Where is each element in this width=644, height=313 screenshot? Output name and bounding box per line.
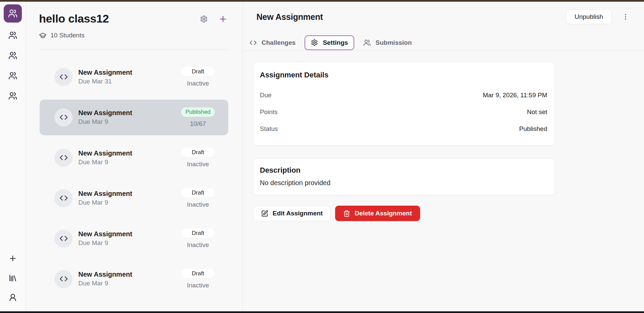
- assignment-title: New Assignment: [78, 109, 181, 117]
- code-icon: [59, 153, 68, 162]
- assignment-avatar: [54, 149, 73, 167]
- code-icon: [59, 275, 68, 283]
- tab-submission[interactable]: Submission: [358, 36, 417, 49]
- assignment-list-item[interactable]: New Assignment Due Mar 9 Draft Inactive: [40, 221, 228, 256]
- code-icon: [59, 234, 68, 243]
- assignment-substatus: Inactive: [187, 241, 209, 249]
- assignment-list-item[interactable]: New Assignment Due Mar 9 Draft Inactive: [40, 180, 228, 216]
- assignment-due-date: Due Mar 31: [78, 78, 181, 85]
- assignment-status-column: Draft Inactive: [181, 188, 215, 208]
- rail-class-active[interactable]: [4, 4, 22, 23]
- assignment-avatar: [54, 189, 73, 207]
- tab-challenges[interactable]: Challenges: [244, 36, 301, 49]
- assignment-avatar: [54, 108, 73, 127]
- assignment-title: New Assignment: [78, 190, 181, 198]
- users-icon: [363, 39, 371, 46]
- details-rows: Due Mar 9, 2026, 11:59 PM Points Not set…: [260, 87, 547, 137]
- plus-icon: [218, 14, 228, 24]
- rail-class-item[interactable]: [0, 25, 26, 45]
- rail-profile-button[interactable]: [0, 288, 26, 307]
- graduation-cap-icon: [39, 32, 47, 39]
- assignment-due-date: Due Mar 9: [78, 199, 181, 206]
- assignment-text: New Assignment Due Mar 9: [78, 109, 181, 126]
- bottom-window-strip: [0, 311, 644, 313]
- assignment-list-item[interactable]: New Assignment Due Mar 9 Published 10/67: [40, 100, 228, 135]
- page-title: New Assignment: [256, 12, 323, 22]
- assignment-title: New Assignment: [78, 230, 181, 238]
- class-icon-rail: [0, 2, 26, 311]
- detail-value: Published: [519, 125, 547, 133]
- tab-label: Submission: [375, 39, 412, 46]
- square-pen-icon: [261, 210, 268, 217]
- code-icon: [59, 113, 68, 121]
- description-body: No description provided: [260, 179, 547, 187]
- assignment-substatus: Inactive: [187, 282, 209, 289]
- class-panel: hello class12 10 Students: [26, 2, 243, 311]
- students-count-row: 10 Students: [39, 32, 228, 39]
- assignment-list-item[interactable]: New Assignment Due Mar 9 Draft Inactive: [40, 261, 228, 297]
- class-settings-button[interactable]: [200, 15, 208, 23]
- code-icon: [59, 73, 68, 81]
- user-round-icon: [8, 293, 17, 302]
- assignment-tabs: Challenges Settings Submission: [243, 35, 644, 51]
- gear-icon: [311, 39, 318, 46]
- detail-label: Due: [260, 92, 272, 99]
- assignment-avatar: [54, 68, 73, 86]
- assignment-due-date: Due Mar 9: [78, 239, 181, 247]
- tab-settings[interactable]: Settings: [305, 35, 354, 50]
- rail-class-item[interactable]: [0, 66, 26, 86]
- detail-label: Points: [260, 108, 278, 116]
- settings-tab-content: Assignment Details Due Mar 9, 2026, 11:5…: [243, 51, 644, 221]
- rail-add-class-button[interactable]: [0, 249, 26, 268]
- assignment-title: New Assignment: [78, 271, 181, 278]
- code-icon: [59, 194, 68, 202]
- rail-library-button[interactable]: [0, 268, 26, 288]
- status-badge: Published: [181, 107, 215, 117]
- app-shell: hello class12 10 Students: [0, 2, 644, 311]
- rail-class-item[interactable]: [0, 86, 26, 106]
- edit-assignment-label: Edit Assignment: [273, 210, 323, 217]
- tab-label: Settings: [323, 39, 348, 46]
- plus-icon: [8, 254, 17, 263]
- detail-row: Status Published: [260, 120, 547, 137]
- assignment-status-column: Draft Inactive: [181, 67, 215, 87]
- overflow-menu-button[interactable]: [620, 12, 631, 22]
- assignment-avatar: [54, 270, 73, 288]
- assignment-substatus: Inactive: [187, 201, 209, 208]
- kebab-menu-icon: [622, 13, 629, 21]
- library-icon: [8, 274, 17, 282]
- class-title: hello class12: [39, 12, 109, 26]
- users-icon: [8, 92, 17, 100]
- assignment-details-card: Assignment Details Due Mar 9, 2026, 11:5…: [253, 62, 555, 146]
- details-card-title: Assignment Details: [260, 71, 547, 79]
- assignment-title: New Assignment: [78, 69, 181, 76]
- assignment-header: New Assignment Unpublish: [243, 2, 644, 25]
- assignment-substatus: 10/67: [190, 120, 206, 128]
- assignment-status-column: Draft Inactive: [181, 148, 215, 168]
- description-card-title: Description: [260, 166, 547, 175]
- users-icon: [8, 9, 17, 18]
- assignment-list-item[interactable]: New Assignment Due Mar 31 Draft Inactive: [40, 59, 228, 95]
- delete-assignment-button[interactable]: Delete Assignment: [335, 206, 420, 221]
- detail-row: Due Mar 9, 2026, 11:59 PM: [260, 87, 547, 104]
- assignment-list: New Assignment Due Mar 31 Draft Inactive: [26, 50, 242, 297]
- tab-label: Challenges: [261, 39, 295, 46]
- assignment-text: New Assignment Due Mar 9: [78, 230, 181, 247]
- assignment-status-column: Draft Inactive: [181, 269, 215, 289]
- add-assignment-button[interactable]: [218, 14, 228, 24]
- rail-class-item[interactable]: [0, 45, 26, 66]
- assignment-substatus: Inactive: [187, 161, 209, 168]
- assignment-text: New Assignment Due Mar 9: [78, 271, 181, 287]
- edit-assignment-button[interactable]: Edit Assignment: [253, 206, 331, 221]
- unpublish-button[interactable]: Unpublish: [566, 9, 612, 24]
- users-icon: [8, 51, 17, 60]
- students-count-label: 10 Students: [50, 32, 84, 39]
- delete-assignment-label: Delete Assignment: [355, 210, 412, 217]
- assignment-avatar: [54, 230, 73, 248]
- status-badge: Draft: [181, 148, 215, 157]
- detail-value: Not set: [527, 108, 547, 116]
- assignment-due-date: Due Mar 9: [78, 159, 181, 166]
- detail-row: Points Not set: [260, 104, 547, 120]
- assignment-list-item[interactable]: New Assignment Due Mar 9 Draft Inactive: [40, 140, 228, 176]
- description-card: Description No description provided: [253, 158, 555, 195]
